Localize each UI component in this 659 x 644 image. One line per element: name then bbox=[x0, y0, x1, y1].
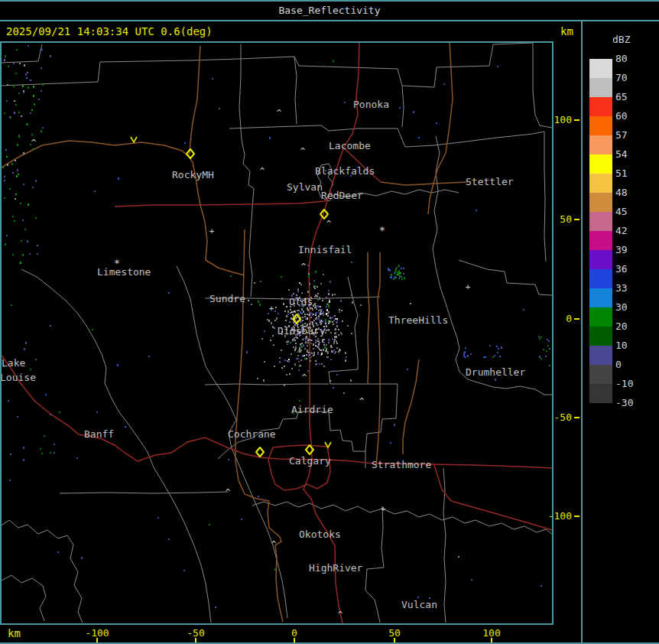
colorbar-separator bbox=[581, 21, 583, 644]
colorbar-swatch bbox=[589, 59, 612, 78]
radar-echo-pixel bbox=[286, 374, 287, 376]
radar-echo-pixel bbox=[297, 351, 299, 353]
caret-marker-icon: ^ bbox=[338, 610, 343, 620]
radar-echo-pixel bbox=[308, 273, 310, 275]
radar-echo-pixel bbox=[401, 278, 403, 280]
radar-echo-pixel bbox=[326, 344, 327, 346]
radar-echo-pixel bbox=[336, 320, 338, 323]
radar-echo-pixel bbox=[360, 304, 362, 306]
radar-echo-pixel bbox=[38, 99, 40, 100]
city-label-rockymh: RockyMH bbox=[172, 169, 214, 181]
radar-echo-pixel bbox=[334, 336, 336, 338]
radar-echo-pixel bbox=[264, 361, 265, 363]
radar-echo-pixel bbox=[336, 343, 338, 344]
radar-echo-pixel bbox=[336, 340, 337, 343]
radar-echo-pixel bbox=[323, 349, 324, 351]
radar-echo-pixel bbox=[308, 354, 310, 356]
radar-echo-pixel bbox=[389, 269, 391, 272]
radar-echo-pixel bbox=[295, 317, 297, 319]
radar-echo-pixel bbox=[19, 262, 21, 264]
radar-echo-pixel bbox=[287, 340, 289, 343]
radar-echo-pixel bbox=[403, 273, 404, 275]
radar-echo-pixel bbox=[315, 360, 317, 362]
radar-echo-pixel bbox=[498, 348, 499, 350]
radar-echo-pixel bbox=[287, 314, 289, 315]
radar-echo-pixel bbox=[300, 284, 302, 285]
radar-echo-pixel bbox=[304, 355, 305, 356]
radar-echo-pixel bbox=[18, 112, 20, 113]
county-boundary bbox=[294, 57, 297, 124]
radar-echo-pixel bbox=[15, 198, 16, 200]
colorbar-swatch bbox=[589, 250, 612, 269]
radar-echo-pixel bbox=[25, 342, 27, 344]
radar-echo-pixel bbox=[333, 60, 334, 62]
radar-echo-pixel bbox=[281, 367, 283, 369]
radar-echo-pixel bbox=[241, 519, 242, 520]
radar-echo-pixel bbox=[310, 312, 311, 314]
radar-echo-pixel bbox=[322, 339, 323, 340]
radar-echo-pixel bbox=[294, 337, 295, 339]
radar-echo-pixel bbox=[276, 317, 278, 320]
radar-echo-pixel bbox=[303, 344, 304, 346]
radar-echo-pixel bbox=[297, 355, 299, 356]
radar-echo-pixel bbox=[333, 320, 335, 321]
radar-echo-pixel bbox=[345, 359, 346, 362]
colorbar-tick-label: -30 bbox=[615, 397, 633, 409]
radar-echo-pixel bbox=[317, 340, 318, 342]
radar-echo-pixel bbox=[260, 281, 261, 282]
radar-echo-pixel bbox=[313, 353, 315, 356]
colorbar-tick-label: 48 bbox=[615, 187, 628, 199]
radar-echo-pixel bbox=[279, 361, 281, 363]
radar-echo-pixel bbox=[326, 304, 328, 305]
radar-echo-pixel bbox=[14, 112, 15, 114]
bottom-axis-tick-label: -50 bbox=[173, 627, 219, 639]
radar-echo-pixel bbox=[329, 320, 330, 323]
radar-echo-pixel bbox=[323, 274, 324, 275]
colorbar-swatch bbox=[589, 288, 612, 307]
radar-echo-pixel bbox=[183, 570, 185, 571]
radar-echo-pixel bbox=[345, 352, 346, 354]
radar-echo-pixel bbox=[27, 123, 28, 125]
radar-echo-pixel bbox=[92, 329, 93, 330]
radar-echo-pixel bbox=[209, 524, 210, 525]
radar-echo-pixel bbox=[496, 346, 498, 347]
radar-echo-pixel bbox=[323, 366, 325, 367]
city-label-sylvan: Sylvan bbox=[287, 181, 323, 193]
radar-echo-pixel bbox=[297, 313, 299, 314]
radar-echo-pixel bbox=[338, 351, 339, 353]
radar-echo-pixel bbox=[306, 358, 307, 359]
radar-echo-pixel bbox=[318, 315, 320, 317]
radar-echo-pixel bbox=[351, 333, 352, 334]
radar-echo-pixel bbox=[4, 112, 5, 114]
radar-echo-pixel bbox=[350, 379, 352, 382]
radar-echo-pixel bbox=[401, 276, 402, 278]
radar-echo-pixel bbox=[543, 349, 544, 350]
radar-echo-pixel bbox=[251, 304, 252, 305]
radar-echo-pixel bbox=[157, 517, 159, 519]
radar-echo-pixel bbox=[326, 309, 328, 311]
radar-echo-pixel bbox=[458, 556, 459, 558]
radar-echo-pixel bbox=[541, 358, 542, 359]
radar-echo-pixel bbox=[332, 338, 333, 340]
radar-echo-pixel bbox=[334, 294, 336, 295]
radar-echo-pixel bbox=[32, 148, 34, 150]
radar-echo-pixel bbox=[30, 369, 31, 370]
radar-echo-pixel bbox=[311, 313, 313, 314]
radar-echo-pixel bbox=[215, 607, 216, 608]
radar-echo-pixel bbox=[4, 176, 5, 177]
colorbar-tick-label: 70 bbox=[615, 72, 628, 84]
radar-echo-pixel bbox=[323, 344, 325, 346]
radar-echo-pixel bbox=[483, 356, 485, 358]
radar-echo-pixel bbox=[288, 359, 290, 360]
radar-echo-pixel bbox=[272, 335, 274, 337]
radar-echo-pixel bbox=[316, 312, 317, 314]
radar-echo-pixel bbox=[41, 49, 43, 50]
radar-echo-pixel bbox=[317, 293, 319, 294]
radar-echo-pixel bbox=[332, 321, 333, 323]
radar-echo-pixel bbox=[400, 272, 401, 274]
radar-echo-pixel bbox=[497, 352, 498, 353]
radar-echo-pixel bbox=[394, 277, 395, 278]
right-axis-tick-mark bbox=[574, 219, 579, 220]
radar-echo-pixel bbox=[30, 112, 31, 114]
radar-map[interactable]: PonokaLacombeBlackfaldsSylvanRedDeerStet… bbox=[2, 43, 552, 623]
